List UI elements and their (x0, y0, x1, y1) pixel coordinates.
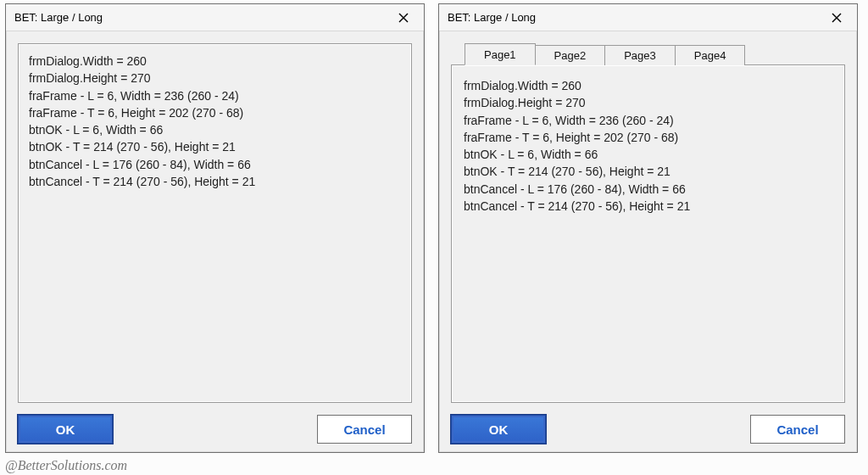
client-area: frmDialog.Width = 260 frmDialog.Height =… (6, 31, 424, 452)
content-frame: frmDialog.Width = 260 frmDialog.Height =… (18, 43, 412, 403)
tab-page-content: frmDialog.Width = 260 frmDialog.Height =… (451, 64, 845, 403)
button-row: OK Cancel (451, 403, 845, 444)
tab-page2[interactable]: Page2 (535, 45, 606, 65)
cancel-button[interactable]: Cancel (317, 415, 412, 444)
ok-button[interactable]: OK (451, 415, 546, 444)
button-row: OK Cancel (18, 403, 412, 444)
close-icon (832, 13, 842, 23)
close-button[interactable] (821, 8, 852, 28)
titlebar: BET: Large / Long (6, 4, 424, 31)
close-icon (398, 13, 409, 23)
window-title: BET: Large / Long (14, 11, 103, 24)
dialog-left: BET: Large / Long frmDialog.Width = 260 … (5, 3, 425, 453)
tab-page4[interactable]: Page4 (675, 45, 746, 65)
tab-strip: Page1 Page2 Page3 Page4 (451, 43, 845, 65)
close-button[interactable] (388, 8, 419, 28)
cancel-button[interactable]: Cancel (750, 415, 845, 444)
watermark: @BetterSolutions.com (5, 458, 127, 473)
client-area: Page1 Page2 Page3 Page4 frmDialog.Width … (439, 31, 857, 452)
tab-page3[interactable]: Page3 (604, 45, 676, 65)
tab-page1[interactable]: Page1 (465, 43, 536, 65)
titlebar: BET: Large / Long (439, 4, 857, 31)
ok-button[interactable]: OK (18, 415, 113, 444)
dimensions-text: frmDialog.Width = 260 frmDialog.Height =… (29, 53, 401, 190)
window-title: BET: Large / Long (448, 11, 536, 24)
dimensions-text: frmDialog.Width = 260 frmDialog.Height =… (464, 77, 832, 215)
dialog-right: BET: Large / Long Page1 Page2 Page3 Page… (438, 3, 858, 453)
